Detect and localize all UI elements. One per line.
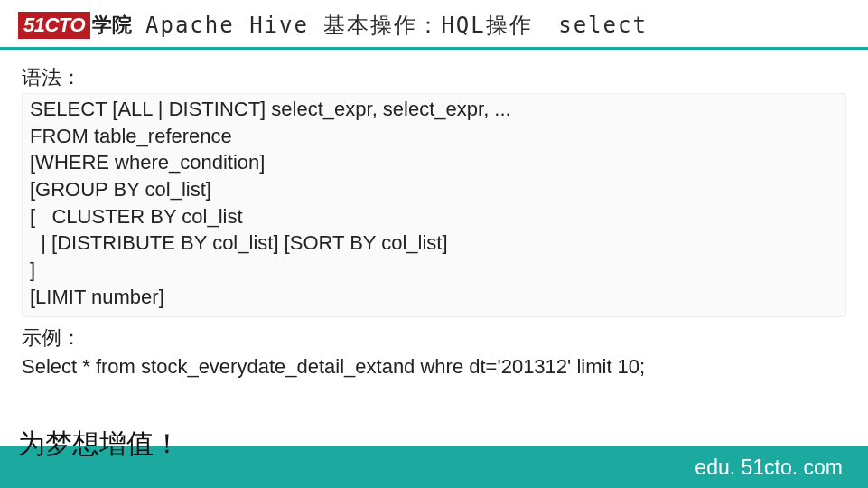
syntax-line: [LIMIT number] (30, 284, 838, 311)
title-keyword: select (558, 13, 648, 38)
content-area: 语法： SELECT [ALL | DISTINCT] select_expr,… (0, 50, 868, 488)
example-label: 示例： (22, 324, 846, 352)
logo-suffix: 学院 (90, 12, 133, 39)
header: 51CTO学院 Apache Hive 基本操作：HQL操作 select (0, 0, 868, 47)
slide-page: 51CTO学院 Apache Hive 基本操作：HQL操作 select 语法… (0, 0, 868, 488)
syntax-box: SELECT [ALL | DISTINCT] select_expr, sel… (22, 93, 846, 317)
syntax-line: FROM table_reference (30, 123, 838, 150)
logo: 51CTO学院 (18, 12, 133, 39)
page-title: Apache Hive 基本操作：HQL操作 select (145, 11, 648, 40)
slogan-text: 为梦想增值！ (18, 426, 181, 463)
syntax-line: [GROUP BY col_list] (30, 176, 838, 203)
syntax-line: | [DISTRIBUTE BY col_list] [SORT BY col_… (30, 230, 838, 257)
title-main: Apache Hive 基本操作：HQL操作 (145, 13, 533, 38)
syntax-label: 语法： (22, 64, 846, 91)
syntax-line: [WHERE where_condition] (30, 149, 838, 176)
logo-brand: 51CTO (18, 12, 90, 39)
syntax-line: SELECT [ALL | DISTINCT] select_expr, sel… (30, 96, 838, 123)
example-line: Select * from stock_everydate_detail_ext… (22, 353, 846, 380)
syntax-line: ] (30, 257, 838, 284)
syntax-line: [ CLUSTER BY col_list (30, 203, 838, 230)
footer-url: edu. 51cto. com (695, 455, 843, 480)
